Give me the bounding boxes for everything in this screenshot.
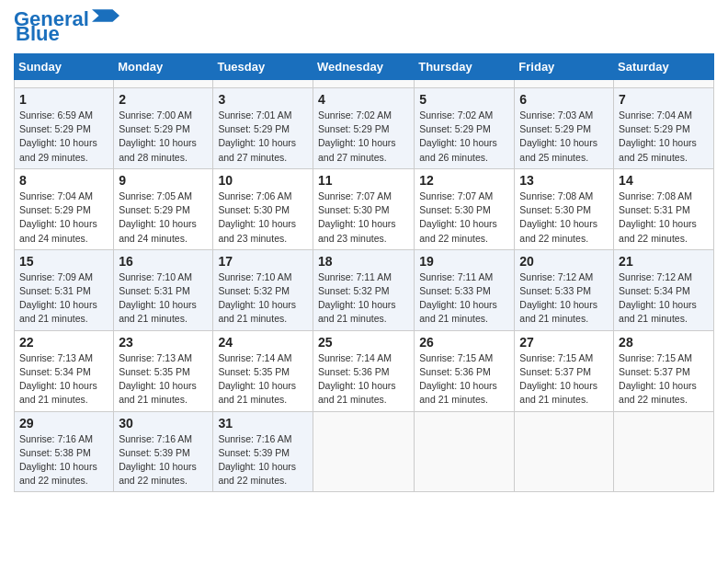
weekday-header-saturday: Saturday <box>614 54 714 80</box>
calendar-cell: 5Sunrise: 7:02 AM Sunset: 5:29 PM Daylig… <box>415 88 515 169</box>
calendar-week-row <box>15 80 714 88</box>
day-info: Sunrise: 7:13 AM Sunset: 5:34 PM Dayligh… <box>19 351 108 408</box>
day-number: 24 <box>218 335 308 350</box>
day-number: 8 <box>19 173 108 188</box>
day-number: 19 <box>419 254 509 269</box>
day-info: Sunrise: 7:08 AM Sunset: 5:31 PM Dayligh… <box>619 190 709 246</box>
calendar-week-row: 22Sunrise: 7:13 AM Sunset: 5:34 PM Dayli… <box>15 330 714 411</box>
day-info: Sunrise: 7:01 AM Sunset: 5:29 PM Dayligh… <box>218 109 308 165</box>
calendar-cell: 17Sunrise: 7:10 AM Sunset: 5:32 PM Dayli… <box>213 249 313 330</box>
day-info: Sunrise: 7:08 AM Sunset: 5:30 PM Dayligh… <box>519 190 609 246</box>
calendar-cell <box>15 80 114 88</box>
day-number: 1 <box>19 92 108 107</box>
day-info: Sunrise: 7:14 AM Sunset: 5:36 PM Dayligh… <box>318 351 409 408</box>
calendar-cell: 1Sunrise: 6:59 AM Sunset: 5:29 PM Daylig… <box>15 88 114 169</box>
day-info: Sunrise: 7:05 AM Sunset: 5:29 PM Dayligh… <box>119 190 208 246</box>
day-info: Sunrise: 7:11 AM Sunset: 5:32 PM Dayligh… <box>318 270 409 327</box>
calendar-cell: 15Sunrise: 7:09 AM Sunset: 5:31 PM Dayli… <box>15 249 114 330</box>
day-number: 25 <box>318 335 409 350</box>
day-number: 2 <box>119 92 208 107</box>
logo: General Blue <box>14 9 119 44</box>
calendar-cell: 2Sunrise: 7:00 AM Sunset: 5:29 PM Daylig… <box>114 88 213 169</box>
day-number: 29 <box>19 416 108 431</box>
day-number: 10 <box>218 173 308 188</box>
calendar-cell: 24Sunrise: 7:14 AM Sunset: 5:35 PM Dayli… <box>213 330 313 411</box>
day-info: Sunrise: 7:03 AM Sunset: 5:29 PM Dayligh… <box>519 109 609 165</box>
calendar-cell: 30Sunrise: 7:16 AM Sunset: 5:39 PM Dayli… <box>114 411 213 492</box>
day-info: Sunrise: 7:00 AM Sunset: 5:29 PM Dayligh… <box>119 109 208 165</box>
day-number: 16 <box>119 254 208 269</box>
calendar-cell <box>313 411 414 492</box>
day-info: Sunrise: 7:15 AM Sunset: 5:36 PM Dayligh… <box>419 351 509 408</box>
day-info: Sunrise: 7:12 AM Sunset: 5:33 PM Dayligh… <box>519 270 609 327</box>
day-number: 31 <box>218 416 308 431</box>
day-number: 3 <box>218 92 308 107</box>
day-info: Sunrise: 7:07 AM Sunset: 5:30 PM Dayligh… <box>318 190 409 246</box>
day-info: Sunrise: 7:16 AM Sunset: 5:39 PM Dayligh… <box>119 432 208 488</box>
calendar-cell <box>614 80 714 88</box>
calendar-cell: 12Sunrise: 7:07 AM Sunset: 5:30 PM Dayli… <box>415 168 515 249</box>
calendar-cell: 10Sunrise: 7:06 AM Sunset: 5:30 PM Dayli… <box>213 168 313 249</box>
day-info: Sunrise: 7:13 AM Sunset: 5:35 PM Dayligh… <box>119 351 208 408</box>
day-number: 11 <box>318 173 409 188</box>
calendar-cell: 14Sunrise: 7:08 AM Sunset: 5:31 PM Dayli… <box>614 168 714 249</box>
day-number: 18 <box>318 254 409 269</box>
header: General Blue <box>14 9 714 44</box>
day-number: 5 <box>419 92 509 107</box>
calendar-cell: 23Sunrise: 7:13 AM Sunset: 5:35 PM Dayli… <box>114 330 213 411</box>
day-info: Sunrise: 7:02 AM Sunset: 5:29 PM Dayligh… <box>318 109 409 165</box>
calendar-cell <box>415 80 515 88</box>
calendar-cell: 4Sunrise: 7:02 AM Sunset: 5:29 PM Daylig… <box>313 88 414 169</box>
calendar-cell: 8Sunrise: 7:04 AM Sunset: 5:29 PM Daylig… <box>15 168 114 249</box>
calendar-cell: 20Sunrise: 7:12 AM Sunset: 5:33 PM Dayli… <box>515 249 614 330</box>
day-info: Sunrise: 7:10 AM Sunset: 5:31 PM Dayligh… <box>119 270 208 327</box>
weekday-header-row: SundayMondayTuesdayWednesdayThursdayFrid… <box>15 54 714 80</box>
calendar-cell: 7Sunrise: 7:04 AM Sunset: 5:29 PM Daylig… <box>614 88 714 169</box>
day-number: 20 <box>519 254 609 269</box>
calendar-cell <box>415 411 515 492</box>
logo-icon <box>92 9 119 22</box>
day-number: 14 <box>619 173 709 188</box>
calendar-week-row: 8Sunrise: 7:04 AM Sunset: 5:29 PM Daylig… <box>15 168 714 249</box>
day-number: 30 <box>119 416 208 431</box>
weekday-header-wednesday: Wednesday <box>313 54 414 80</box>
day-info: Sunrise: 7:06 AM Sunset: 5:30 PM Dayligh… <box>218 190 308 246</box>
day-number: 13 <box>519 173 609 188</box>
calendar-cell <box>313 80 414 88</box>
day-number: 23 <box>119 335 208 350</box>
day-number: 22 <box>19 335 108 350</box>
day-info: Sunrise: 7:10 AM Sunset: 5:32 PM Dayligh… <box>218 270 308 327</box>
day-number: 9 <box>119 173 208 188</box>
day-number: 26 <box>419 335 509 350</box>
day-number: 6 <box>519 92 609 107</box>
day-info: Sunrise: 7:15 AM Sunset: 5:37 PM Dayligh… <box>619 351 709 408</box>
calendar-cell <box>515 411 614 492</box>
calendar: SundayMondayTuesdayWednesdayThursdayFrid… <box>14 53 714 492</box>
calendar-cell: 22Sunrise: 7:13 AM Sunset: 5:34 PM Dayli… <box>15 330 114 411</box>
weekday-header-friday: Friday <box>515 54 614 80</box>
day-number: 21 <box>619 254 709 269</box>
day-info: Sunrise: 7:09 AM Sunset: 5:31 PM Dayligh… <box>19 270 108 327</box>
calendar-cell: 29Sunrise: 7:16 AM Sunset: 5:38 PM Dayli… <box>15 411 114 492</box>
day-number: 15 <box>19 254 108 269</box>
calendar-cell: 19Sunrise: 7:11 AM Sunset: 5:33 PM Dayli… <box>415 249 515 330</box>
day-info: Sunrise: 7:02 AM Sunset: 5:29 PM Dayligh… <box>419 109 509 165</box>
day-info: Sunrise: 7:04 AM Sunset: 5:29 PM Dayligh… <box>19 190 108 246</box>
calendar-cell: 21Sunrise: 7:12 AM Sunset: 5:34 PM Dayli… <box>614 249 714 330</box>
calendar-week-row: 15Sunrise: 7:09 AM Sunset: 5:31 PM Dayli… <box>15 249 714 330</box>
svg-marker-0 <box>92 9 119 22</box>
calendar-cell: 11Sunrise: 7:07 AM Sunset: 5:30 PM Dayli… <box>313 168 414 249</box>
day-number: 4 <box>318 92 409 107</box>
day-number: 28 <box>619 335 709 350</box>
calendar-cell: 6Sunrise: 7:03 AM Sunset: 5:29 PM Daylig… <box>515 88 614 169</box>
day-number: 12 <box>419 173 509 188</box>
day-number: 27 <box>519 335 609 350</box>
day-info: Sunrise: 7:07 AM Sunset: 5:30 PM Dayligh… <box>419 190 509 246</box>
calendar-cell: 26Sunrise: 7:15 AM Sunset: 5:36 PM Dayli… <box>415 330 515 411</box>
weekday-header-monday: Monday <box>114 54 213 80</box>
day-info: Sunrise: 7:04 AM Sunset: 5:29 PM Dayligh… <box>619 109 709 165</box>
calendar-cell: 27Sunrise: 7:15 AM Sunset: 5:37 PM Dayli… <box>515 330 614 411</box>
calendar-week-row: 29Sunrise: 7:16 AM Sunset: 5:38 PM Dayli… <box>15 411 714 492</box>
weekday-header-sunday: Sunday <box>15 54 114 80</box>
day-info: Sunrise: 7:16 AM Sunset: 5:39 PM Dayligh… <box>218 432 308 488</box>
